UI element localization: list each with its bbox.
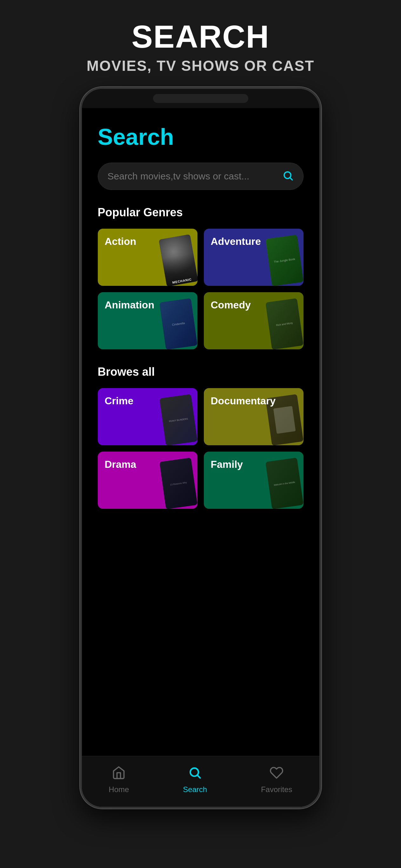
genre-card-animation[interactable]: Animation Cinderella	[98, 292, 197, 349]
genre-card-family[interactable]: Family Malcolm in the Middle	[204, 452, 304, 509]
promo-subtitle: MOVIES, TV SHOWS OR CAST	[6, 57, 395, 74]
genre-label-comedy: Comedy	[211, 299, 251, 311]
popular-genres-heading: Popular Genres	[98, 206, 304, 219]
genre-art-crime: PEAKY BLINDERS	[159, 395, 197, 445]
bottom-nav: Home Search Favorites	[82, 756, 319, 807]
phone-screen: Search Popular Genres Action	[82, 108, 319, 807]
browse-all-grid: Crime PEAKY BLINDERS Documentary	[98, 388, 304, 509]
nav-label-favorites: Favorites	[261, 785, 292, 794]
genre-art-family: Malcolm in the Middle	[266, 458, 304, 509]
phone-notch	[82, 89, 319, 108]
nav-label-search: Search	[183, 785, 207, 794]
genre-card-documentary[interactable]: Documentary	[204, 388, 304, 445]
genre-art-animation: Cinderella	[159, 299, 197, 349]
genre-card-crime[interactable]: Crime PEAKY BLINDERS	[98, 388, 197, 445]
notch-pill	[153, 94, 248, 103]
nav-item-favorites[interactable]: Favorites	[248, 763, 305, 797]
genre-art-adventure: The Jungle Book	[266, 235, 304, 286]
nav-item-search[interactable]: Search	[170, 763, 220, 797]
genre-label-animation: Animation	[105, 299, 154, 311]
svg-line-1	[290, 178, 292, 180]
home-icon	[112, 766, 126, 782]
promo-title: SEARCH	[6, 19, 395, 54]
search-bar-container	[98, 163, 304, 190]
app-content: Search Popular Genres Action	[82, 108, 319, 756]
search-nav-icon	[188, 766, 202, 782]
genre-art-drama: 13 Reasons Why	[159, 458, 197, 509]
search-input[interactable]	[107, 171, 282, 182]
genre-card-comedy[interactable]: Comedy Rick and Morty	[204, 292, 304, 349]
popular-genres-grid: Action MECHANIC Adventure The Jungle Boo…	[98, 229, 304, 349]
genre-card-adventure[interactable]: Adventure The Jungle Book	[204, 229, 304, 286]
page-title: Search	[98, 124, 304, 150]
nav-label-home: Home	[109, 785, 129, 794]
genre-label-adventure: Adventure	[211, 236, 261, 247]
genre-card-drama[interactable]: Drama 13 Reasons Why	[98, 452, 197, 509]
browse-all-heading: Browes all	[98, 365, 304, 379]
nav-item-home[interactable]: Home	[96, 763, 142, 797]
promo-header: SEARCH MOVIES, TV SHOWS OR CAST	[0, 0, 401, 87]
genre-card-action[interactable]: Action MECHANIC	[98, 229, 197, 286]
genre-label-drama: Drama	[105, 459, 136, 470]
genre-art-action: MECHANIC	[159, 235, 197, 286]
genre-label-family: Family	[211, 459, 243, 470]
genre-label-action: Action	[105, 236, 136, 247]
genre-art-comedy: Rick and Morty	[266, 299, 304, 349]
phone-frame: Search Popular Genres Action	[80, 87, 321, 809]
favorites-icon	[270, 766, 283, 782]
genre-label-documentary: Documentary	[211, 395, 276, 407]
svg-line-3	[198, 776, 201, 778]
search-icon[interactable]	[282, 170, 294, 183]
genre-label-crime: Crime	[105, 395, 134, 407]
